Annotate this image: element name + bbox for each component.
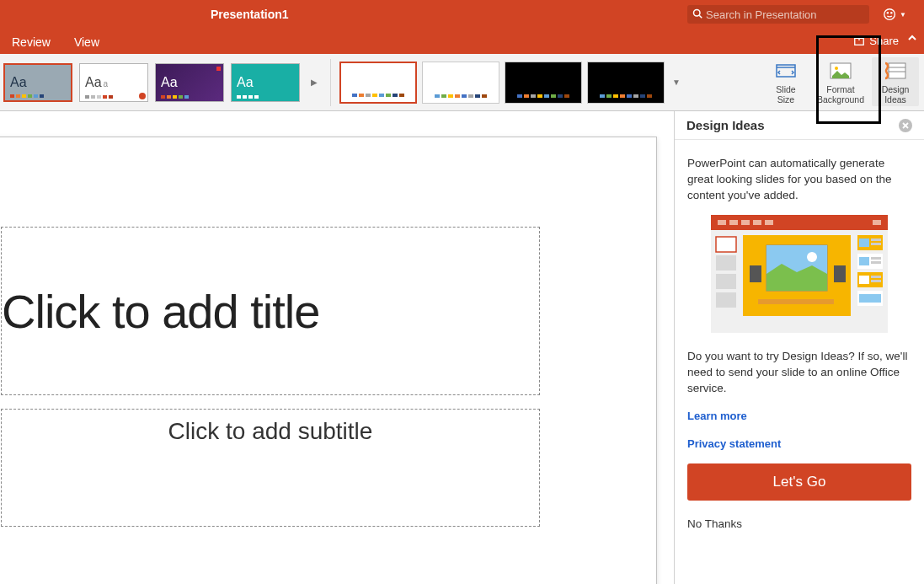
svg-rect-45 [871,280,881,282]
collapse-ribbon-button[interactable] [907,33,917,46]
no-thanks-button[interactable]: No Thanks [687,516,911,532]
pane-close-button[interactable] [899,119,912,132]
design-ideas-label: Design Ideas [882,84,910,104]
feedback-button[interactable]: ▼ [880,5,909,24]
svg-rect-22 [873,220,881,225]
pane-prompt-text: Do you want to try Design Ideas? If so, … [687,348,911,396]
themes-gallery: Aa Aaa Aa Aa ▶ [0,63,322,102]
svg-rect-47 [859,294,881,303]
svg-rect-39 [859,257,869,265]
ribbon-separator [330,59,331,106]
svg-rect-31 [750,265,761,282]
svg-rect-21 [765,220,773,225]
svg-rect-24 [716,255,736,271]
privacy-statement-link[interactable]: Privacy statement [687,436,911,452]
variant-1[interactable] [339,62,417,104]
design-ideas-button[interactable]: Design Ideas [872,57,919,106]
variant-3[interactable] [505,62,582,104]
variants-more-button[interactable]: ▼ [670,62,683,104]
svg-rect-17 [718,220,726,225]
svg-point-3 [887,13,888,13]
learn-more-link[interactable]: Learn more [687,408,911,424]
variants-gallery: ▼ [339,62,683,104]
svg-rect-33 [758,299,834,304]
svg-rect-43 [859,276,869,284]
svg-point-2 [884,9,895,20]
document-title: Presentation1 [211,8,289,21]
search-input[interactable] [706,8,864,21]
svg-rect-23 [716,237,736,252]
svg-rect-19 [741,220,750,225]
search-box[interactable] [687,5,869,24]
svg-line-1 [699,15,702,18]
svg-rect-18 [729,220,738,225]
svg-rect-20 [753,220,761,225]
format-background-button[interactable]: Format Background [813,57,868,106]
title-placeholder[interactable]: Click to add title [1,227,540,395]
share-label: Share [869,35,899,47]
variant-2[interactable] [422,62,499,104]
svg-point-4 [891,13,892,13]
svg-rect-37 [871,243,881,245]
ribbon: Aa Aaa Aa Aa ▶ [0,54,924,111]
slide-size-button[interactable]: Slide Size [762,57,809,106]
theme-facet[interactable]: Aaa [79,63,148,102]
themes-more-button[interactable]: ▶ [307,63,322,102]
ribbon-tabs: Review View Share [0,29,924,54]
design-ideas-icon [883,60,908,82]
pane-illustration [711,215,888,333]
main-area: Click to add title Click to add subtitle… [0,111,924,584]
svg-rect-25 [716,274,736,289]
svg-rect-32 [834,265,846,282]
variant-4[interactable] [587,62,665,104]
svg-point-9 [835,67,838,70]
svg-rect-41 [871,261,881,264]
pane-intro-text: PowerPoint can automatically generate gr… [687,155,911,203]
design-ideas-pane: Design Ideas PowerPoint can automaticall… [674,111,924,584]
pane-header: Design Ideas [675,111,924,140]
slide-size-icon [773,60,798,82]
theme-retrospect[interactable]: Aa [231,63,300,102]
theme-office[interactable]: Aa [3,63,72,102]
tab-review[interactable]: Review [0,30,62,54]
format-background-icon [828,60,853,82]
slide-canvas-area: Click to add title Click to add subtitle [0,111,674,584]
svg-rect-35 [859,238,869,247]
svg-rect-10 [889,63,905,78]
search-icon [692,8,702,21]
svg-point-30 [807,252,817,262]
share-button[interactable]: Share [853,31,899,50]
slide-size-label: Slide Size [776,84,795,104]
svg-rect-36 [871,238,881,241]
svg-rect-26 [716,292,736,308]
title-bar: Presentation1 ▼ [0,0,924,29]
title-placeholder-text: Click to add title [2,284,319,339]
pane-title: Design Ideas [686,118,765,132]
slide[interactable]: Click to add title Click to add subtitle [0,137,657,584]
subtitle-placeholder-text: Click to add subtitle [168,418,373,526]
pane-body: PowerPoint can automatically generate gr… [675,140,924,540]
format-background-label: Format Background [817,84,864,104]
lets-go-button[interactable]: Let's Go [687,463,911,501]
tab-view[interactable]: View [62,30,111,54]
subtitle-placeholder[interactable]: Click to add subtitle [1,409,540,527]
theme-ion[interactable]: Aa [155,63,224,102]
svg-point-0 [694,9,701,16]
svg-rect-40 [871,257,881,260]
svg-rect-44 [871,276,881,278]
